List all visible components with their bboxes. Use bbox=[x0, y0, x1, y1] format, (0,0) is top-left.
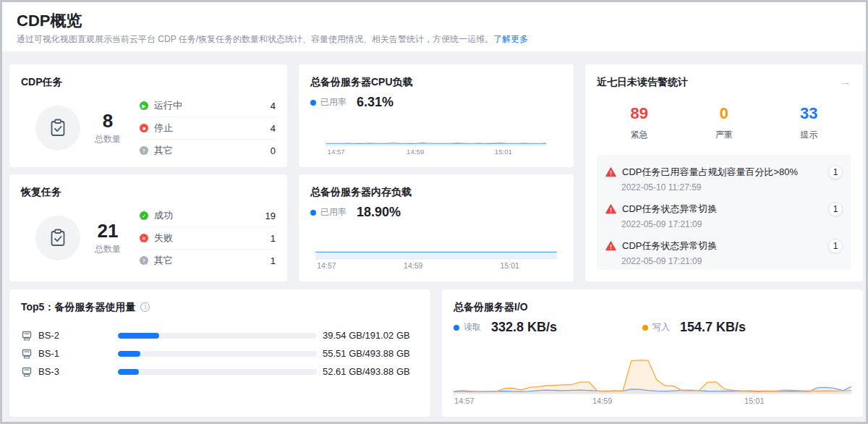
bottom-row: Top5：备份服务器使用量 i BS-2 39.54 GB/191.02 GB bbox=[9, 289, 859, 417]
status-label: 其它 bbox=[154, 254, 271, 267]
memory-load-value: 18.90% bbox=[357, 205, 401, 220]
page-subtitle: 通过可视化视图直观展示当前云平台 CDP 任务/恢复任务的数量和状态统计、容量使… bbox=[17, 34, 851, 45]
status-label: 其它 bbox=[154, 144, 271, 157]
top5-card-header: Top5：备份服务器使用量 i bbox=[21, 301, 419, 313]
restore-tasks-status-list: ✓ 成功 19 ✕ 失败 1 ? 其它 1 bbox=[140, 205, 276, 271]
clipboard-icon bbox=[48, 118, 68, 138]
top5-rows: BS-2 39.54 GB/191.02 GB BS-1 bbox=[21, 326, 419, 381]
cpu-load-card: 总备份服务器CPU负载 已用率 6.31% 14:5714:5915:01 bbox=[299, 64, 574, 167]
server-icon bbox=[21, 366, 33, 378]
svg-text:14:57: 14:57 bbox=[454, 397, 475, 405]
backup-server-io-chart: 14:5714:5915:01 bbox=[454, 349, 851, 405]
cdp-tasks-total: 8 总数量 bbox=[95, 111, 121, 145]
alerts-card-title: 近七日未读告警统计 bbox=[597, 76, 688, 88]
restore-tasks-total-label: 总数量 bbox=[95, 243, 121, 255]
stat-critical-label: 紧急 bbox=[597, 129, 681, 141]
cdp-tasks-status-list: ▶ 运行中 4 ■ 停止 4 ? 其它 0 bbox=[140, 95, 276, 161]
io-read-value: 332.8 KB/s bbox=[491, 320, 557, 335]
alert-list-item[interactable]: CDP任务已用容量占规划容量百分比>80% 1 2022-05-10 11:27… bbox=[605, 165, 843, 192]
status-value: 1 bbox=[271, 233, 276, 244]
load-charts-column: 总备份服务器CPU负载 已用率 6.31% 14:5714:5915:01 总备… bbox=[299, 64, 574, 281]
failed-icon: ✕ bbox=[140, 234, 148, 242]
alert-count-badge: 1 bbox=[828, 239, 843, 253]
server-name: BS-1 bbox=[38, 348, 118, 359]
svg-text:15:01: 15:01 bbox=[495, 148, 512, 156]
usage-progress-fill bbox=[118, 369, 139, 375]
status-row-running: ▶ 运行中 4 bbox=[140, 95, 276, 117]
warning-icon bbox=[605, 204, 616, 214]
svg-text:14:57: 14:57 bbox=[328, 148, 345, 156]
io-card-title: 总备份服务器I/O bbox=[454, 301, 851, 313]
io-legend: 读取 332.8 KB/s 写入 154.7 KB/s bbox=[454, 320, 851, 335]
io-write-label: 写入 bbox=[652, 321, 670, 334]
other-icon: ? bbox=[140, 146, 148, 155]
memory-load-card-title: 总备份服务器内存负载 bbox=[310, 186, 562, 198]
alert-item-head: CDP任务状态异常切换 1 bbox=[605, 202, 843, 216]
status-value: 4 bbox=[271, 123, 276, 134]
page-header: CDP概览 通过可视化视图直观展示当前云平台 CDP 任务/恢复任务的数量和状态… bbox=[2, 2, 866, 51]
arrow-right-icon[interactable]: → bbox=[840, 76, 851, 88]
alert-list: CDP任务已用容量占规划容量百分比>80% 1 2022-05-10 11:27… bbox=[597, 155, 851, 270]
cpu-load-chart: 14:5714:5915:01 bbox=[310, 110, 562, 156]
alert-count-badge: 1 bbox=[828, 202, 843, 216]
task-cards-column: CDP任务 8 总数量 ▶ bbox=[9, 64, 287, 281]
cpu-load-card-title: 总备份服务器CPU负载 bbox=[310, 76, 562, 88]
server-usage-row: BS-3 52.61 GB/493.88 GB bbox=[21, 362, 419, 381]
usage-progress-bar bbox=[118, 351, 317, 357]
cpu-load-value: 6.31% bbox=[357, 95, 393, 110]
alert-count-badge: 1 bbox=[828, 165, 843, 179]
alert-item-head: CDP任务状态异常切换 1 bbox=[605, 239, 843, 253]
success-icon: ✓ bbox=[140, 211, 148, 220]
status-row-success: ✓ 成功 19 bbox=[140, 205, 276, 227]
stat-notice-value: 33 bbox=[767, 105, 851, 122]
alert-item-title: CDP任务已用容量占规划容量百分比>80% bbox=[622, 166, 828, 179]
usage-progress-fill bbox=[118, 351, 140, 357]
legend-dot-icon bbox=[310, 100, 316, 106]
cpu-load-legend: 已用率 6.31% bbox=[310, 95, 562, 110]
svg-text:14:57: 14:57 bbox=[317, 261, 336, 270]
status-row-stopped: ■ 停止 4 bbox=[140, 117, 276, 140]
server-usage-row: BS-1 55.51 GB/493.88 GB bbox=[21, 344, 419, 362]
page-title: CDP概览 bbox=[17, 12, 851, 30]
stat-notice: 33 提示 bbox=[767, 105, 851, 141]
stat-notice-label: 提示 bbox=[767, 129, 851, 141]
status-value: 4 bbox=[271, 101, 276, 111]
restore-tasks-total: 21 总数量 bbox=[95, 221, 121, 255]
other-icon: ? bbox=[140, 256, 148, 265]
warning-icon bbox=[605, 167, 616, 177]
alerts-card: 近七日未读告警统计 → 89 紧急 0 严重 33 提示 bbox=[585, 64, 863, 281]
status-value: 0 bbox=[271, 145, 276, 156]
top5-card-title: Top5：备份服务器使用量 bbox=[21, 301, 135, 313]
stat-critical: 89 紧急 bbox=[597, 105, 681, 141]
alert-list-item[interactable]: CDP任务状态异常切换 1 2022-05-09 17:21:09 bbox=[605, 239, 843, 266]
io-write-value: 154.7 KB/s bbox=[680, 320, 746, 335]
status-value: 1 bbox=[271, 255, 276, 266]
learn-more-link[interactable]: 了解更多 bbox=[493, 34, 528, 44]
status-row-other: ? 其它 0 bbox=[140, 140, 276, 161]
server-name: BS-3 bbox=[38, 366, 118, 377]
page-subtitle-text: 通过可视化视图直观展示当前云平台 CDP 任务/恢复任务的数量和状态统计、容量使… bbox=[17, 34, 493, 44]
io-read-label: 读取 bbox=[464, 321, 481, 334]
restore-tasks-total-value: 21 bbox=[95, 221, 121, 241]
status-label: 失败 bbox=[154, 232, 271, 245]
server-icon bbox=[21, 348, 33, 360]
svg-text:15:01: 15:01 bbox=[501, 261, 519, 270]
top5-usage-card: Top5：备份服务器使用量 i BS-2 39.54 GB/191.02 GB bbox=[9, 289, 430, 417]
backup-server-io-card: 总备份服务器I/O 读取 332.8 KB/s 写入 154.7 KB/s 14… bbox=[442, 289, 863, 417]
alert-list-item[interactable]: CDP任务状态异常切换 1 2022-05-09 17:21:09 bbox=[605, 202, 843, 229]
svg-text:14:59: 14:59 bbox=[407, 148, 424, 156]
top-row: CDP任务 8 总数量 ▶ bbox=[9, 64, 859, 281]
clipboard-icon bbox=[48, 228, 68, 248]
running-icon: ▶ bbox=[140, 101, 148, 110]
info-icon[interactable]: i bbox=[140, 302, 150, 312]
stat-severe-value: 0 bbox=[681, 105, 766, 122]
legend-dot-icon bbox=[454, 325, 459, 331]
status-label: 停止 bbox=[154, 122, 271, 135]
alert-stats: 89 紧急 0 严重 33 提示 bbox=[597, 105, 851, 141]
io-write-legend: 写入 154.7 KB/s bbox=[642, 320, 746, 335]
status-value: 19 bbox=[265, 211, 276, 221]
alert-item-time: 2022-05-10 11:27:59 bbox=[621, 182, 843, 192]
server-name: BS-2 bbox=[38, 330, 118, 341]
server-usage-row: BS-2 39.54 GB/191.02 GB bbox=[21, 326, 419, 344]
usage-progress-bar bbox=[118, 369, 317, 375]
